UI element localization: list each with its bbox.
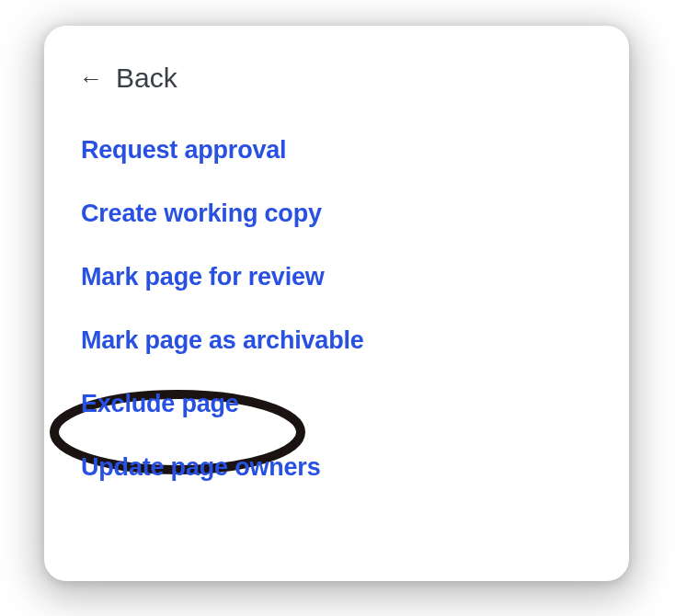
menu-item-create-working-copy[interactable]: Create working copy bbox=[81, 200, 594, 228]
back-button[interactable]: ← Back bbox=[79, 63, 594, 94]
menu-panel: ← Back Request approval Create working c… bbox=[44, 26, 629, 581]
arrow-left-icon: ← bbox=[79, 66, 103, 90]
menu-item-update-page-owners[interactable]: Update page owners bbox=[81, 453, 594, 482]
back-label: Back bbox=[116, 63, 177, 94]
menu-item-exclude-page[interactable]: Exclude page bbox=[81, 390, 594, 418]
menu-item-mark-archivable[interactable]: Mark page as archivable bbox=[81, 326, 594, 355]
menu-item-mark-for-review[interactable]: Mark page for review bbox=[81, 263, 594, 291]
menu-list: Request approval Create working copy Mar… bbox=[79, 136, 594, 482]
menu-item-request-approval[interactable]: Request approval bbox=[81, 136, 594, 165]
